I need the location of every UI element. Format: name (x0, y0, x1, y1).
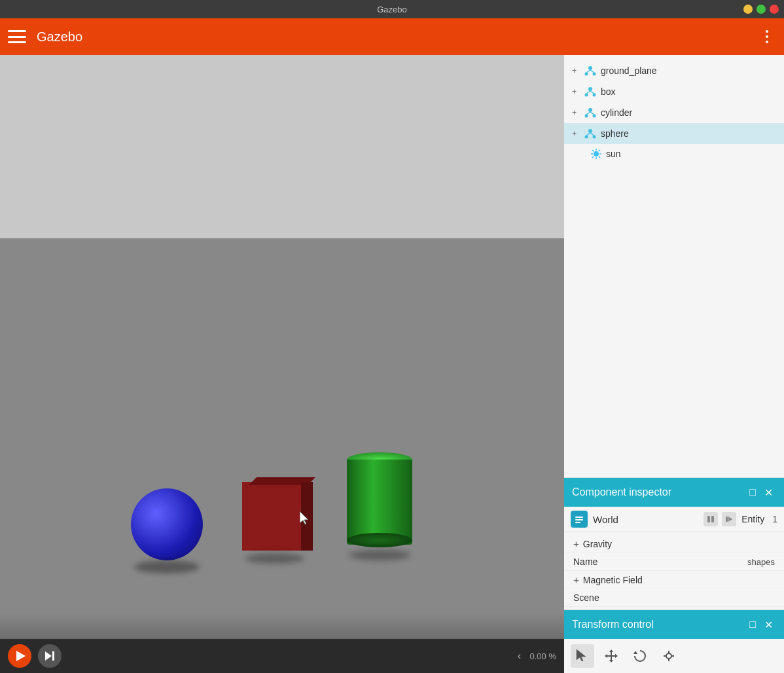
window-title: Gazebo (377, 5, 407, 14)
ground-area[interactable] (0, 238, 564, 639)
svg-line-10 (590, 91, 594, 94)
sphere-object[interactable] (131, 488, 203, 560)
svg-point-1 (588, 66, 592, 70)
svg-point-16 (588, 129, 592, 133)
svg-rect-36 (726, 517, 728, 522)
transform-control-panel: Transform control □ ✕ (564, 609, 784, 673)
tree-item-ground-plane[interactable]: + ground_plane (564, 60, 784, 81)
gravity-row[interactable]: + Gravity (564, 535, 784, 553)
world-icon (571, 511, 588, 528)
expand-icon: + (572, 129, 580, 138)
title-bar: Gazebo (0, 0, 784, 18)
svg-point-11 (588, 108, 592, 112)
app-title: Gazebo (37, 29, 758, 45)
more-dot (766, 41, 768, 43)
ci-controls (704, 512, 736, 526)
hamburger-menu-button[interactable] (8, 30, 26, 43)
name-label: Name (573, 556, 747, 567)
svg-line-28 (599, 150, 600, 151)
hamburger-line (8, 36, 26, 38)
ff-line (52, 651, 54, 661)
translate-tool-button[interactable] (599, 644, 623, 668)
svg-marker-40 (609, 649, 613, 652)
minimize-button[interactable] (743, 5, 753, 14)
svg-marker-43 (605, 654, 607, 658)
scene-container (131, 452, 412, 560)
tree-item-label: ground_plane (601, 65, 657, 76)
maximize-button[interactable] (757, 5, 766, 14)
svg-rect-34 (707, 516, 710, 522)
gravity-label: Gravity (583, 539, 775, 549)
bottom-toolbar: ‹ 0.00 % (0, 639, 564, 673)
more-dot (766, 35, 768, 38)
ci-step-button[interactable] (722, 512, 736, 526)
rotate-tool-button[interactable] (628, 644, 652, 668)
play-button[interactable] (8, 644, 31, 668)
magnetic-field-expand-button[interactable]: + (573, 574, 579, 585)
zoom-back-button[interactable]: ‹ (514, 651, 525, 661)
box-object[interactable] (242, 472, 308, 551)
sphere-container (131, 488, 203, 560)
model-icon (584, 85, 597, 98)
world-label: World (593, 514, 698, 525)
close-button[interactable] (770, 5, 779, 14)
tree-item-label: cylinder (601, 107, 632, 118)
select-tool-button[interactable] (571, 644, 594, 668)
tree-spacer (564, 169, 784, 477)
model-icon (584, 106, 597, 119)
tree-item-label: sphere (601, 128, 629, 139)
zoom-indicator: ‹ 0.00 % (514, 651, 556, 661)
tree-item-sun[interactable]: sun (564, 144, 784, 164)
entity-tree: + ground_plane + (564, 55, 784, 169)
ci-pause-button[interactable] (704, 512, 718, 526)
3d-viewport[interactable]: ‹ 0.00 % (0, 55, 564, 673)
svg-line-15 (590, 112, 594, 115)
model-icon (584, 64, 597, 77)
scene-label: Scene (573, 592, 775, 603)
svg-point-21 (594, 151, 599, 156)
svg-point-17 (585, 136, 588, 139)
fast-forward-button[interactable] (38, 644, 62, 668)
expand-icon: + (572, 66, 580, 75)
transform-tools (564, 639, 784, 673)
play-icon (16, 651, 26, 661)
name-value: shapes (747, 557, 775, 567)
component-inspector-close-button[interactable]: ✕ (760, 484, 776, 500)
gravity-expand-button[interactable]: + (573, 538, 579, 549)
svg-line-27 (599, 156, 600, 158)
cylinder-object[interactable] (347, 452, 412, 547)
sphere-shadow (134, 560, 200, 573)
svg-rect-32 (575, 519, 583, 520)
svg-point-13 (593, 115, 596, 118)
svg-marker-44 (615, 654, 618, 658)
tree-item-label: box (601, 86, 616, 97)
name-row: Name shapes (564, 553, 784, 571)
tree-item-label: sun (606, 149, 621, 159)
svg-point-46 (666, 653, 671, 659)
expand-icon: + (572, 87, 580, 96)
transform-control-expand-button[interactable]: □ (745, 617, 760, 632)
component-inspector-header: Component inspector □ ✕ (564, 478, 784, 507)
svg-line-5 (590, 70, 594, 73)
component-inspector-expand-button[interactable]: □ (745, 484, 760, 500)
entity-value: 1 (772, 514, 777, 524)
model-icon (584, 127, 597, 140)
tree-item-cylinder[interactable]: + cylinder (564, 102, 784, 123)
svg-rect-33 (575, 522, 580, 523)
transform-control-close-button[interactable]: ✕ (760, 617, 776, 632)
transform-control-header: Transform control □ ✕ (564, 610, 784, 639)
tree-item-box[interactable]: + box (564, 81, 784, 102)
svg-marker-41 (609, 660, 613, 663)
scale-tool-button[interactable] (657, 644, 681, 668)
box-shadow (245, 553, 304, 564)
app-bar: Gazebo (0, 18, 784, 55)
svg-line-9 (586, 91, 590, 94)
svg-marker-45 (633, 651, 637, 654)
magnetic-field-row[interactable]: + Magnetic Field (564, 571, 784, 589)
svg-line-20 (590, 133, 594, 136)
svg-marker-37 (728, 517, 732, 522)
cylinder-container (347, 452, 412, 560)
more-options-button[interactable] (758, 27, 776, 46)
svg-point-8 (593, 94, 596, 97)
tree-item-sphere[interactable]: + sphere (564, 123, 784, 144)
